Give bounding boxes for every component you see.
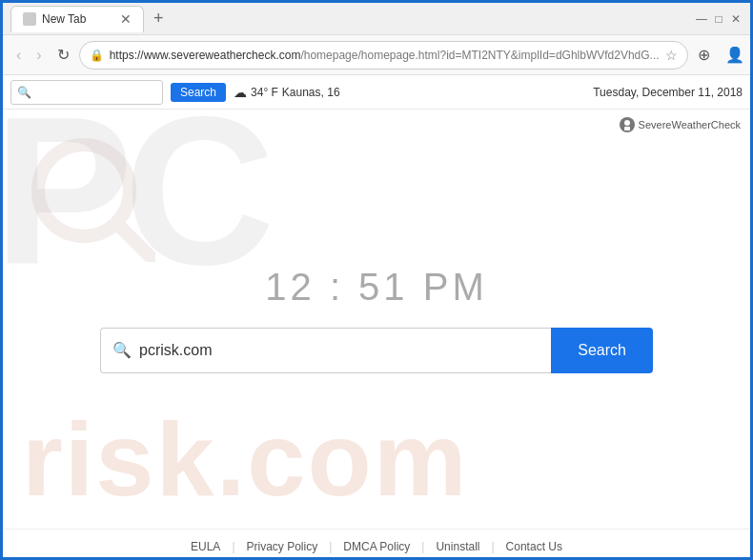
svg-line-1	[118, 225, 151, 257]
active-tab[interactable]: New Tab ✕	[10, 6, 144, 32]
minimize-button[interactable]: —	[695, 12, 708, 26]
search-main-input[interactable]	[139, 342, 539, 359]
footer-contact-link[interactable]: Contact Us	[495, 540, 574, 553]
lock-icon: 🔒	[90, 49, 104, 62]
bookmark-icon[interactable]: ☆	[665, 48, 678, 63]
search-main-button[interactable]: Search	[551, 328, 653, 373]
svg-point-2	[624, 120, 630, 126]
weather-widget: ☁ 34° F Kaunas, 16	[234, 85, 340, 100]
weather-icon: ☁	[234, 85, 247, 100]
magnifier-watermark	[31, 138, 155, 262]
tab-favicon	[23, 12, 36, 26]
date-display: Tuesday, December 11, 2018	[593, 86, 743, 99]
toolbar-search-wrap: 🔍	[10, 80, 163, 105]
tab-close-button[interactable]: ✕	[120, 12, 132, 26]
url-base: https://www.severeweathercheck.com	[110, 49, 301, 62]
brand-name: SevereWeatherCheck	[639, 119, 741, 130]
svg-point-0	[38, 145, 130, 236]
footer-eula-link[interactable]: EULA	[179, 540, 232, 553]
window-controls: — □ ✕	[695, 12, 743, 26]
profile-button[interactable]: 👤	[720, 42, 750, 68]
title-bar: New Tab ✕ + — □ ✕	[3, 3, 750, 35]
back-button[interactable]: ‹	[10, 43, 27, 68]
tab-area: New Tab ✕ +	[10, 6, 695, 32]
brand-badge: SevereWeatherCheck	[620, 117, 741, 132]
url-bar[interactable]: 🔒 https://www.severeweathercheck.com/hom…	[79, 41, 688, 70]
search-query-icon: 🔍	[112, 341, 132, 359]
toolbar-search-input[interactable]	[35, 86, 131, 99]
page-content: PC risk.com SevereWeatherCheck 12 : 51 P…	[3, 110, 750, 529]
watermark-risk-text: risk.com	[22, 398, 468, 519]
search-input-wrap: 🔍	[100, 328, 551, 373]
navigation-bar: ‹ › ↻ 🔒 https://www.severeweathercheck.c…	[3, 35, 750, 75]
browser-toolbar: 🔍 Search ☁ 34° F Kaunas, 16 Tuesday, Dec…	[3, 75, 750, 110]
maximize-button[interactable]: □	[712, 12, 725, 26]
toolbar-search-icon: 🔍	[17, 86, 31, 99]
tab-title: New Tab	[42, 12, 86, 26]
weather-city: Kaunas, 16	[282, 86, 340, 99]
footer-dmca-link[interactable]: DMCA Policy	[332, 540, 421, 553]
toolbar-search-button[interactable]: Search	[171, 83, 226, 102]
url-display: https://www.severeweathercheck.com/homep…	[110, 49, 660, 62]
new-tab-button[interactable]: +	[148, 7, 170, 30]
weather-temp: 34° F	[251, 86, 278, 99]
search-box-container: 🔍 Search	[100, 328, 653, 373]
watermark: PC risk.com	[3, 110, 750, 529]
nav-right-icons: ⊕ 👤 ⋮	[692, 42, 753, 68]
page-footer: EULA | Privacy Policy | DMCA Policy | Un…	[3, 529, 750, 560]
svg-rect-3	[624, 127, 630, 130]
extensions-button[interactable]: ⊕	[692, 42, 716, 68]
footer-uninstall-link[interactable]: Uninstall	[424, 540, 491, 553]
watermark-pc-text: PC	[3, 110, 266, 312]
refresh-button[interactable]: ↻	[51, 42, 75, 68]
brand-icon	[620, 117, 635, 132]
close-window-button[interactable]: ✕	[729, 12, 743, 26]
forward-button[interactable]: ›	[31, 43, 47, 68]
footer-privacy-link[interactable]: Privacy Policy	[235, 540, 330, 553]
clock-display: 12 : 51 PM	[265, 266, 487, 309]
url-path: /homepage/homepage.html?id=MTI2NTY&implI…	[300, 49, 659, 62]
